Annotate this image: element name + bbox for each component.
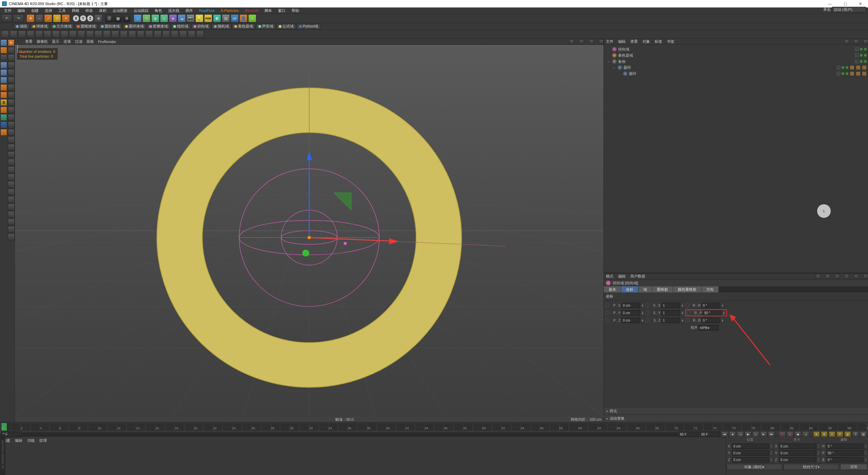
obj-menu-书签[interactable]: 书签 [667, 39, 674, 44]
mograph[interactable]: ⬢ [213, 14, 221, 22]
sculpt-icon[interactable] [8, 204, 15, 210]
field-线性域[interactable]: 线性域 [171, 24, 191, 29]
object-tag[interactable] [850, 71, 854, 76]
field-胶囊体域[interactable]: 胶囊体域 [147, 24, 170, 29]
menu-编辑[interactable]: 编辑 [15, 7, 28, 14]
apply-button[interactable]: 应用 [840, 464, 867, 470]
xp-button[interactable]: ✳ [248, 14, 256, 22]
vp-menu-过滤[interactable]: 过滤 [75, 39, 82, 44]
vp-menu-ProRender[interactable]: ProRender [98, 40, 116, 44]
attr-tab-重映射[interactable]: 重映射 [652, 286, 673, 292]
field-随机域[interactable]: 随机域 [212, 24, 231, 29]
field-径向域[interactable]: 径向域 [191, 24, 211, 29]
render-region[interactable]: ▦ [114, 14, 122, 22]
minimize-button[interactable]: — [822, 0, 837, 7]
coord-input[interactable]: 0 cm [732, 457, 769, 462]
coord-system[interactable]: ⊕ [94, 14, 102, 22]
rot-p-input[interactable]: 90 ° [703, 310, 721, 316]
lock-icon[interactable] [854, 274, 859, 279]
workplane-icon[interactable] [8, 129, 15, 136]
select-tool[interactable]: ✥ [26, 14, 35, 22]
stepper[interactable] [770, 443, 773, 449]
quaternion-expander[interactable]: 四元 [604, 407, 868, 415]
x-axis-lock[interactable]: X [73, 15, 79, 22]
tool2-13[interactable] [112, 31, 119, 38]
scale-z-input[interactable]: 1 [662, 318, 680, 323]
object-tree[interactable]: 🦌 径向域✓着色器域✓–备份✓–圆环✓圆环✓ [604, 45, 868, 273]
psr-button[interactable]: PSR [204, 14, 212, 22]
menu-realflow[interactable]: RealFlow [196, 8, 217, 13]
mat-menu-纹理[interactable]: 纹理 [39, 438, 47, 475]
render-view[interactable]: 🎬 [105, 14, 113, 22]
tool2-14[interactable] [120, 31, 127, 38]
attr-tab-方向[interactable]: 方向 [702, 286, 718, 292]
nav4-icon[interactable] [599, 39, 604, 44]
lasso-icon[interactable] [8, 62, 15, 69]
up-icon[interactable] [835, 274, 840, 279]
rot-b-input[interactable]: 0 ° [702, 318, 720, 323]
edge-mode[interactable] [0, 69, 7, 76]
poly-select-icon[interactable] [8, 69, 15, 76]
y-axis-lock[interactable]: Y [80, 15, 86, 22]
close-button[interactable]: ✕ [853, 0, 868, 7]
poly-mode[interactable] [0, 77, 7, 83]
tool2-7[interactable] [61, 31, 68, 38]
pos-y-input[interactable]: 0 cm [622, 310, 640, 316]
tool2-12[interactable] [103, 31, 111, 38]
tool2-4[interactable] [35, 31, 43, 38]
quantize-icon[interactable] [8, 121, 15, 128]
rotation-order-select[interactable]: HPB ▾ [698, 325, 719, 330]
field-声音域[interactable]: 声音域 [256, 24, 276, 29]
menu-窗口[interactable]: 窗口 [275, 7, 288, 14]
path-icon[interactable] [8, 99, 15, 106]
mat-menu-功能[interactable]: 功能 [27, 438, 35, 475]
attr-tab-基本[interactable]: 基本 [604, 286, 621, 292]
object-tag[interactable] [862, 65, 867, 70]
attr-menu-模式[interactable]: 模式 [606, 274, 613, 279]
snap-icon[interactable] [8, 114, 15, 121]
pos-x-input[interactable]: 0 cm [622, 303, 640, 308]
menu-文件[interactable]: 文件 [1, 7, 14, 14]
loop-icon[interactable] [8, 77, 15, 83]
vp-menu-选项[interactable]: 选项 [63, 39, 71, 44]
camera[interactable]: 📷 [186, 14, 195, 22]
menu-流水线[interactable]: 流水线 [165, 7, 182, 14]
coord-input[interactable]: 0 cm [732, 443, 769, 449]
timeline-ruler[interactable]: 0246810121416182022242628303234363840424… [1, 423, 867, 431]
size-mode-select[interactable]: 绝对尺寸 ▾ [784, 464, 839, 470]
tool2-22[interactable] [188, 31, 195, 38]
mat-menu-编辑[interactable]: 编辑 [15, 438, 22, 475]
annotation-icon[interactable] [8, 151, 15, 158]
tool2-11[interactable] [95, 31, 102, 38]
point-mode[interactable] [0, 62, 7, 69]
rot-h-input[interactable]: 0 ° [702, 303, 720, 308]
coord-input[interactable]: 0 ° [826, 443, 863, 449]
viewport-solo[interactable] [0, 121, 7, 128]
menu-选择[interactable]: 选择 [42, 7, 55, 14]
tool2-2[interactable] [18, 31, 26, 38]
paint-icon[interactable] [8, 218, 15, 225]
menu-x-particles[interactable]: X-Particles [218, 8, 241, 13]
structure-icon[interactable] [8, 181, 15, 188]
motion-icon[interactable] [8, 226, 15, 233]
measure-icon[interactable] [8, 144, 15, 151]
viewport[interactable]: Number of emitters: 0 Total live particl… [15, 45, 604, 417]
timeline-max-field[interactable]: 90 F [700, 432, 720, 437]
volume[interactable]: ▨ [222, 14, 230, 22]
scale-y-input[interactable]: 1 [662, 310, 680, 316]
attr-tab-颜色重映射[interactable]: 颜色重映射 [673, 286, 701, 292]
rect-select-icon[interactable] [8, 54, 15, 61]
stepper[interactable] [817, 457, 820, 462]
outline-icon[interactable] [8, 107, 15, 113]
tool2-0[interactable] [1, 31, 9, 38]
field-域组[interactable]: 域组 [14, 24, 29, 29]
stepper[interactable] [770, 450, 773, 456]
soft-select[interactable] [0, 107, 7, 113]
tool2-18[interactable] [154, 31, 161, 38]
timeline-range-slider[interactable] [23, 433, 677, 436]
live-select-icon[interactable] [8, 47, 15, 54]
stepper[interactable] [817, 450, 820, 456]
texture-mode[interactable] [0, 47, 7, 54]
fill-icon[interactable] [8, 92, 15, 98]
tool2-8[interactable] [69, 31, 77, 38]
